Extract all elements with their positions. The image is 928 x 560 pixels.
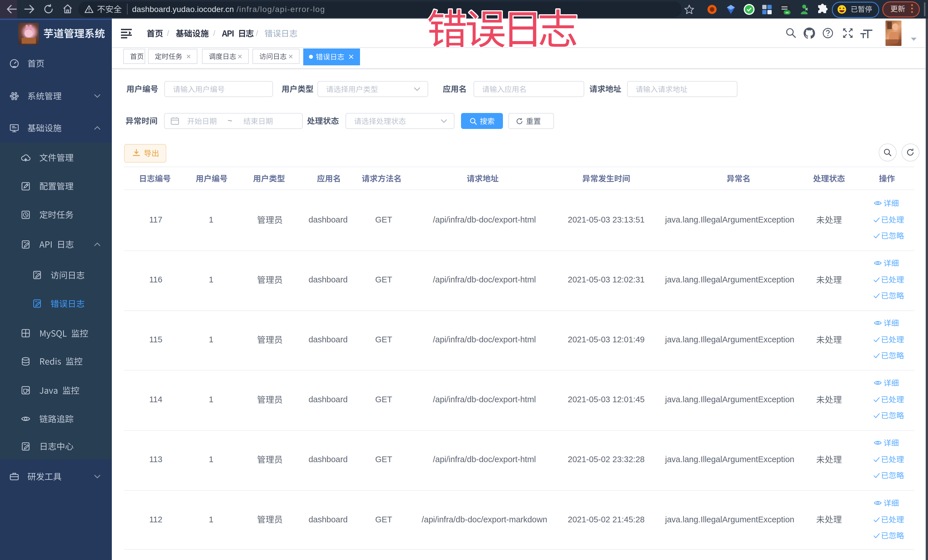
svg-text:on: on (786, 11, 789, 14)
